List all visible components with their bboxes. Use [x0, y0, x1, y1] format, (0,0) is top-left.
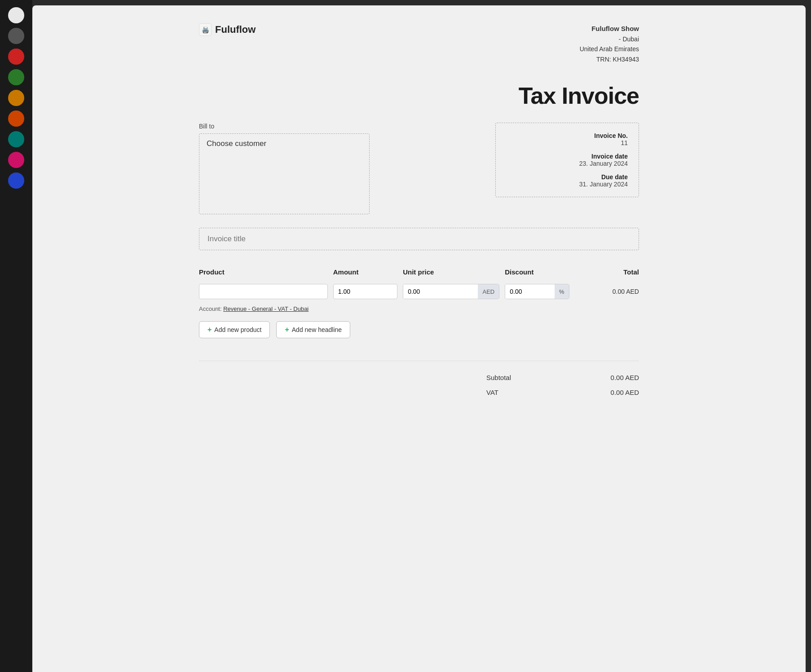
customer-box[interactable]: Choose customer [199, 133, 370, 214]
action-buttons: + Add new product + Add new headline [199, 321, 639, 338]
invoice-date-value: 23. January 2024 [507, 160, 628, 167]
color-white[interactable] [8, 7, 24, 23]
percent-badge: % [555, 284, 569, 299]
company-name: Fuluflow Show [580, 23, 639, 34]
account-row: Account: Revenue - General - VAT - Dubai [199, 303, 639, 312]
bill-section: Bill to Choose customer Invoice No. 11 I… [199, 123, 639, 214]
choose-customer-text: Choose customer [207, 139, 362, 148]
color-orange[interactable] [8, 111, 24, 127]
color-pink[interactable] [8, 152, 24, 168]
vat-label: VAT [486, 389, 540, 396]
invoice-title-section: Tax Invoice [199, 82, 639, 109]
invoice-date-label: Invoice date [507, 153, 628, 160]
color-dark-gray[interactable] [8, 28, 24, 44]
bill-to-section: Bill to Choose customer [199, 123, 370, 214]
add-product-button[interactable]: + Add new product [199, 321, 270, 338]
plus-icon-headline: + [285, 326, 289, 334]
invoice-title-input[interactable] [207, 234, 630, 243]
invoice-title-wrapper[interactable] [199, 228, 639, 250]
amount-cell [333, 284, 397, 299]
color-palette-sidebar [0, 0, 32, 672]
invoice-date-row: Invoice date 23. January 2024 [507, 153, 628, 167]
company-trn: TRN: KH34943 [580, 54, 639, 64]
product-table: Product Amount Unit price Discount Total… [199, 268, 639, 312]
col-discount-header: Discount [505, 268, 569, 276]
amount-input[interactable] [333, 284, 397, 299]
invoice-no-value: 11 [507, 139, 628, 146]
discount-input[interactable] [505, 284, 555, 299]
logo-text: Fuluflow [215, 24, 256, 35]
product-cell [199, 284, 328, 299]
plus-icon-product: + [207, 326, 212, 334]
logo-area: 🖨️ Fuluflow [199, 23, 256, 36]
color-amber[interactable] [8, 90, 24, 106]
subtotal-row: Subtotal 0.00 AED [199, 370, 639, 385]
account-prefix: Account: [199, 305, 222, 312]
unit-price-wrapper: AED [403, 284, 499, 299]
logo-icon: 🖨️ [199, 23, 212, 36]
company-city: - Dubai [580, 34, 639, 44]
add-product-label: Add new product [214, 326, 261, 333]
add-headline-label: Add new headline [292, 326, 342, 333]
unit-price-input[interactable] [403, 284, 478, 299]
invoice-header: 🖨️ Fuluflow Fuluflow Show - Dubai United… [199, 23, 639, 64]
invoice-container: 🖨️ Fuluflow Fuluflow Show - Dubai United… [172, 5, 666, 418]
color-red[interactable] [8, 49, 24, 65]
total-value: 0.00 AED [575, 288, 639, 295]
color-green[interactable] [8, 69, 24, 85]
invoice-main-title: Tax Invoice [519, 82, 639, 109]
totals-section: Subtotal 0.00 AED VAT 0.00 AED [199, 361, 639, 400]
invoice-details-box: Invoice No. 11 Invoice date 23. January … [495, 123, 639, 197]
bill-to-label: Bill to [199, 123, 370, 130]
unit-price-cell: AED [403, 284, 499, 299]
vat-value: 0.00 AED [576, 389, 639, 396]
discount-cell: % [505, 284, 569, 299]
due-date-row: Due date 31. January 2024 [507, 173, 628, 188]
account-info: Account: Revenue - General - VAT - Dubai [199, 305, 328, 312]
company-country: United Arab Emirates [580, 44, 639, 54]
color-teal[interactable] [8, 131, 24, 147]
invoice-no-row: Invoice No. 11 [507, 132, 628, 146]
col-total-header: Total [575, 268, 639, 276]
subtotal-label: Subtotal [486, 374, 540, 381]
add-headline-button[interactable]: + Add new headline [276, 321, 350, 338]
vat-row: VAT 0.00 AED [199, 385, 639, 400]
discount-wrapper: % [505, 284, 569, 299]
due-date-label: Due date [507, 173, 628, 181]
account-link[interactable]: Revenue - General - VAT - Dubai [223, 305, 309, 312]
col-product-header: Product [199, 268, 328, 276]
due-date-value: 31. January 2024 [507, 181, 628, 188]
invoice-no-label: Invoice No. [507, 132, 628, 139]
col-amount-header: Amount [333, 268, 397, 276]
table-header: Product Amount Unit price Discount Total [199, 268, 639, 280]
col-unit-price-header: Unit price [403, 268, 499, 276]
subtotal-value: 0.00 AED [576, 374, 639, 381]
product-input[interactable] [199, 284, 328, 299]
color-blue[interactable] [8, 172, 24, 189]
main-window: 🖨️ Fuluflow Fuluflow Show - Dubai United… [32, 5, 806, 672]
table-row: AED % 0.00 AED [199, 280, 639, 303]
company-info: Fuluflow Show - Dubai United Arab Emirat… [580, 23, 639, 64]
currency-badge: AED [478, 284, 499, 299]
